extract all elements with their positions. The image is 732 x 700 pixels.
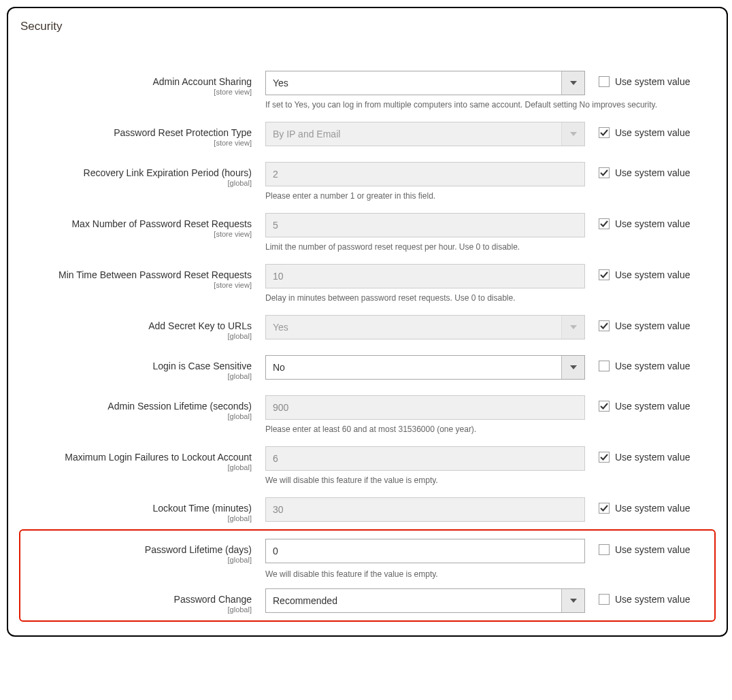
label-admin-sharing: Admin Account Sharing [store view] (20, 71, 265, 96)
row-max-reset-requests: Max Number of Password Reset Requests [s… (20, 213, 714, 238)
scope-text: [global] (20, 332, 252, 340)
scope-text: [global] (20, 412, 252, 420)
use-system-label: Use system value (615, 594, 690, 605)
label-recovery-link-exp: Recovery Link Expiration Period (hours) … (20, 162, 265, 187)
chevron-down-icon (561, 122, 584, 146)
chevron-down-icon (561, 316, 584, 339)
label-text: Lockout Time (minutes) (153, 503, 252, 514)
use-system-label: Use system value (615, 269, 690, 280)
note-pwd-lifetime: We will disable this feature if the valu… (20, 569, 714, 588)
input-pwd-lifetime[interactable] (265, 539, 585, 563)
input-lockout-time (265, 497, 585, 522)
note-recovery-link-exp: Please enter a number 1 or greater in th… (20, 191, 714, 213)
checkbox-use-system-pwd-reset-protection[interactable] (599, 127, 610, 138)
scope-text: [store view] (20, 230, 252, 238)
use-system-label: Use system value (615, 401, 690, 412)
label-text: Add Secret Key to URLs (148, 320, 252, 331)
highlight-password-settings: Password Lifetime (days) [global] Use sy… (19, 529, 716, 622)
note-admin-sharing: If set to Yes, you can log in from multi… (20, 100, 714, 122)
label-text: Password Lifetime (days) (145, 544, 252, 555)
use-system-label: Use system value (615, 218, 690, 229)
select-pwd-reset-protection: By IP and Email (265, 122, 585, 146)
security-panel: Security Admin Account Sharing [store vi… (7, 7, 728, 637)
use-system-label: Use system value (615, 361, 690, 371)
scope-text: [global] (20, 556, 252, 564)
label-lockout-time: Lockout Time (minutes) [global] (20, 497, 265, 522)
note-max-login-failures: We will disable this feature if the valu… (20, 476, 714, 497)
note-session-lifetime: Please enter at least 60 and at most 315… (20, 424, 714, 446)
scope-text: [global] (20, 372, 252, 380)
scope-text: [global] (20, 463, 252, 471)
chevron-down-icon (561, 589, 584, 612)
checkbox-use-system-recovery-link-exp[interactable] (599, 167, 610, 178)
select-admin-sharing[interactable]: Yes (265, 71, 585, 95)
use-system-label: Use system value (615, 503, 690, 514)
select-value: Recommended (266, 589, 561, 612)
select-value: By IP and Email (266, 122, 561, 146)
chevron-down-icon (561, 71, 584, 95)
scope-text: [global] (20, 605, 252, 614)
note-max-reset-requests: Limit the number of password reset reque… (20, 242, 714, 264)
select-secret-key: Yes (265, 315, 585, 339)
row-pwd-lifetime: Password Lifetime (days) [global] Use sy… (20, 539, 714, 564)
scope-text: [store view] (20, 139, 252, 147)
label-max-reset-requests: Max Number of Password Reset Requests [s… (20, 213, 265, 238)
label-pwd-reset-protection: Password Reset Protection Type [store vi… (20, 122, 265, 147)
chevron-down-icon (561, 356, 584, 379)
row-session-lifetime: Admin Session Lifetime (seconds) [global… (20, 395, 714, 420)
use-system-label: Use system value (615, 76, 690, 87)
checkbox-use-system-max-reset-requests[interactable] (599, 218, 610, 229)
input-recovery-link-exp (265, 162, 585, 186)
checkbox-use-system-min-time-between[interactable] (599, 269, 610, 280)
select-value: Yes (266, 71, 561, 95)
row-pwd-change: Password Change [global] Recommended Use… (20, 588, 714, 614)
row-max-login-failures: Maximum Login Failures to Lockout Accoun… (20, 446, 714, 471)
label-pwd-change: Password Change [global] (20, 588, 265, 614)
input-min-time-between (265, 264, 585, 288)
row-pwd-reset-protection: Password Reset Protection Type [store vi… (20, 122, 714, 147)
select-login-case[interactable]: No (265, 355, 585, 380)
label-login-case: Login is Case Sensitive [global] (20, 355, 265, 380)
scope-text: [store view] (20, 281, 252, 289)
scope-text: [store view] (20, 88, 252, 96)
checkbox-use-system-admin-sharing[interactable] (599, 76, 610, 87)
use-system-label: Use system value (615, 167, 690, 178)
label-text: Login is Case Sensitive (152, 361, 252, 371)
label-text: Recovery Link Expiration Period (hours) (84, 167, 252, 178)
label-text: Password Change (174, 594, 252, 605)
label-text: Maximum Login Failures to Lockout Accoun… (65, 452, 252, 463)
label-max-login-failures: Maximum Login Failures to Lockout Accoun… (20, 446, 265, 471)
label-min-time-between: Min Time Between Password Reset Requests… (20, 264, 265, 289)
section-title: Security (20, 20, 714, 33)
label-text: Password Reset Protection Type (114, 127, 252, 138)
checkbox-use-system-pwd-change[interactable] (599, 594, 610, 605)
use-system-label: Use system value (615, 320, 690, 331)
checkbox-use-system-max-login-failures[interactable] (599, 452, 610, 463)
row-recovery-link-exp: Recovery Link Expiration Period (hours) … (20, 162, 714, 187)
use-system-label: Use system value (615, 127, 690, 138)
label-text: Admin Account Sharing (152, 76, 252, 87)
note-min-time-between: Delay in minutes between password reset … (20, 293, 714, 315)
label-text: Min Time Between Password Reset Requests (59, 269, 252, 280)
row-login-case: Login is Case Sensitive [global] No Use … (20, 355, 714, 380)
input-max-reset-requests (265, 213, 585, 237)
checkbox-use-system-secret-key[interactable] (599, 320, 610, 331)
row-admin-sharing: Admin Account Sharing [store view] Yes U… (20, 71, 714, 96)
select-value: No (266, 356, 561, 379)
checkbox-use-system-session-lifetime[interactable] (599, 401, 610, 412)
select-value: Yes (266, 316, 561, 339)
input-session-lifetime (265, 395, 585, 420)
checkbox-use-system-login-case[interactable] (599, 361, 610, 371)
checkbox-use-system-lockout-time[interactable] (599, 503, 610, 514)
row-secret-key: Add Secret Key to URLs [global] Yes Use … (20, 315, 714, 340)
checkbox-use-system-pwd-lifetime[interactable] (599, 544, 610, 555)
input-max-login-failures (265, 446, 585, 471)
row-lockout-time: Lockout Time (minutes) [global] Use syst… (20, 497, 714, 522)
label-session-lifetime: Admin Session Lifetime (seconds) [global… (20, 395, 265, 420)
row-min-time-between: Min Time Between Password Reset Requests… (20, 264, 714, 289)
use-system-label: Use system value (615, 544, 690, 555)
select-pwd-change[interactable]: Recommended (265, 588, 585, 613)
label-text: Max Number of Password Reset Requests (71, 218, 252, 229)
label-pwd-lifetime: Password Lifetime (days) [global] (20, 539, 265, 564)
use-system-label: Use system value (615, 452, 690, 463)
